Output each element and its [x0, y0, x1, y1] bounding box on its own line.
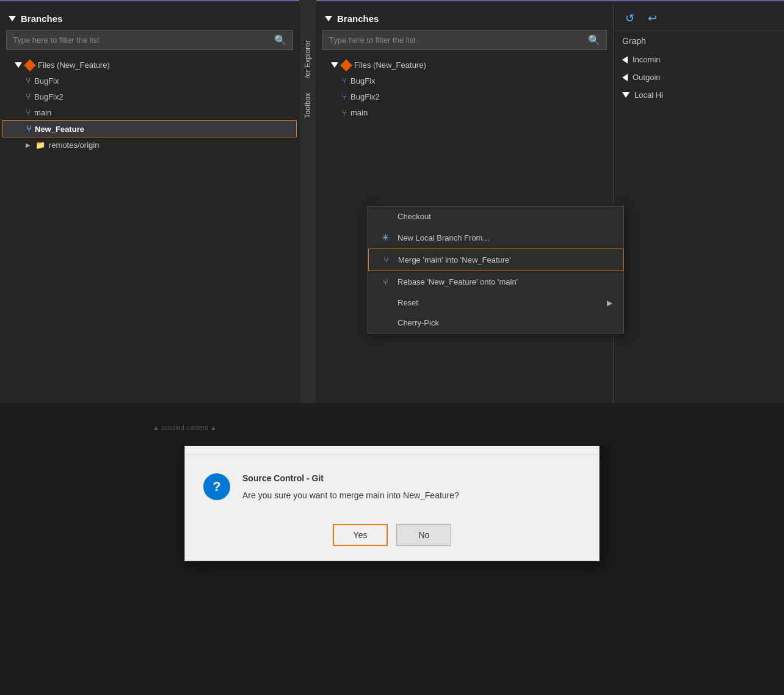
- remotes-folder-icon: 📁: [35, 140, 45, 150]
- right-bugfix-label: BugFix: [350, 76, 375, 86]
- right-bugfix2-item[interactable]: ⑂ BugFix2: [319, 89, 611, 104]
- remotes-expand-icon: ▶: [26, 142, 31, 148]
- branch-icon-newfeature: ⑂: [26, 124, 31, 134]
- dialog-overlay: ▲ scrolled content ▲ Microsoft Visual St…: [0, 409, 784, 695]
- right-filter-box[interactable]: 🔍: [322, 30, 607, 50]
- left-remotes-label: remotes/origin: [49, 140, 99, 150]
- dialog-text-area: Source Control - Git Are you sure you wa…: [242, 473, 581, 502]
- right-branch-icon-bugfix: ⑂: [342, 76, 347, 86]
- ctx-new-local-branch[interactable]: ✳ New Local Branch From...: [368, 227, 623, 249]
- left-search-icon: 🔍: [274, 34, 286, 46]
- ctx-newbranch-icon: ✳: [379, 232, 391, 243]
- graph-localhi-item[interactable]: Local Hi: [614, 86, 784, 104]
- graph-localhi-label: Local Hi: [634, 90, 663, 100]
- localhi-expand-icon: [622, 92, 630, 98]
- right-filter-input[interactable]: [329, 35, 584, 45]
- right-main-item[interactable]: ⑂ main: [319, 104, 611, 120]
- left-bugfix-item[interactable]: ⑂ BugFix: [2, 73, 297, 89]
- left-panel-collapse-icon[interactable]: [9, 16, 16, 21]
- left-bugfix-label: BugFix: [34, 76, 59, 86]
- incoming-expand-icon: [622, 56, 628, 64]
- ctx-reset-label: Reset: [397, 298, 418, 307]
- ctx-cherrypick[interactable]: Cherry-Pick: [368, 313, 623, 333]
- files-diamond-icon: [24, 59, 36, 71]
- right-files-item[interactable]: Files (New_Feature): [319, 57, 611, 73]
- left-bugfix2-item[interactable]: ⑂ BugFix2: [2, 89, 297, 104]
- graph-toolbar: ↺ ↩: [614, 6, 784, 31]
- right-panel-title: Branches: [337, 13, 379, 24]
- branch-icon-bugfix: ⑂: [26, 76, 31, 86]
- dialog-no-button[interactable]: No: [396, 524, 451, 546]
- left-filter-input[interactable]: [13, 35, 270, 45]
- left-main-label: main: [34, 108, 51, 117]
- explorer-tab[interactable]: /er Explorer: [302, 37, 313, 82]
- dialog-buttons: Yes No: [185, 514, 599, 561]
- graph-panel: ↺ ↩ Graph Incomin Outgoin Local Hi: [613, 0, 784, 403]
- left-remotes-item[interactable]: ▶ 📁 remotes/origin: [2, 137, 297, 153]
- branch-icon-bugfix2: ⑂: [26, 92, 31, 101]
- right-main-label: main: [350, 108, 368, 117]
- branch-icon-main: ⑂: [26, 107, 31, 117]
- ctx-reset-arrow: ▶: [607, 299, 612, 307]
- ctx-checkout[interactable]: Checkout: [368, 206, 623, 227]
- toolbox-tab[interactable]: Toolbox: [302, 89, 313, 122]
- left-main-item[interactable]: ⑂ main: [2, 104, 297, 120]
- left-newfeature-label: New_Feature: [35, 125, 84, 134]
- graph-incoming-label: Incomin: [633, 55, 661, 64]
- right-panel-collapse-icon[interactable]: [325, 16, 332, 21]
- left-newfeature-item[interactable]: ⑂ New_Feature: [2, 120, 297, 137]
- right-bugfix-item[interactable]: ⑂ BugFix: [319, 73, 611, 89]
- right-search-icon: 🔍: [588, 34, 600, 46]
- left-filter-box[interactable]: 🔍: [6, 30, 293, 50]
- left-bugfix2-label: BugFix2: [34, 92, 64, 101]
- right-files-diamond-icon: [340, 59, 352, 71]
- left-files-item[interactable]: Files (New_Feature): [2, 57, 297, 73]
- vs-dialog: Microsoft Visual Studio ✕ ? Source Contr…: [184, 428, 600, 561]
- context-menu: Checkout ✳ New Local Branch From... ⑂ Me…: [368, 206, 624, 333]
- ctx-newbranch-label: New Local Branch From...: [397, 233, 489, 242]
- files-expand-icon: [15, 62, 22, 68]
- left-files-label: Files (New_Feature): [38, 60, 110, 70]
- right-panel-header: Branches: [316, 10, 613, 30]
- left-branch-panel: Branches 🔍 Files (New_Feature) ⑂ BugFix …: [0, 0, 299, 403]
- dialog-content: ? Source Control - Git Are you sure you …: [185, 455, 599, 514]
- ctx-rebase-label: Rebase 'New_Feature' onto 'main': [397, 277, 518, 286]
- dialog-message: Are you sure you want to merge main into…: [242, 489, 581, 502]
- ctx-rebase[interactable]: ⑂ Rebase 'New_Feature' onto 'main': [368, 271, 623, 293]
- ctx-checkout-label: Checkout: [397, 212, 431, 221]
- graph-back-btn[interactable]: ↩: [644, 10, 661, 27]
- right-files-label: Files (New_Feature): [354, 60, 426, 70]
- left-panel-title: Branches: [21, 13, 62, 24]
- left-tree: Files (New_Feature) ⑂ BugFix ⑂ BugFix2 ⑂…: [0, 57, 299, 153]
- graph-refresh-btn[interactable]: ↺: [621, 10, 639, 27]
- right-branch-icon-main: ⑂: [342, 107, 347, 117]
- right-tree: Files (New_Feature) ⑂ BugFix ⑂ BugFix2 ⑂…: [316, 57, 613, 120]
- ctx-merge-icon: ⑂: [380, 255, 392, 265]
- dialog-question-icon: ?: [203, 473, 230, 500]
- right-bugfix2-label: BugFix2: [350, 92, 380, 101]
- graph-outgoing-label: Outgoin: [633, 73, 661, 82]
- vertical-tab-strip: /er Explorer Toolbox: [299, 0, 316, 403]
- right-branch-panel: Branches 🔍 Files (New_Feature) ⑂ BugFix …: [316, 0, 613, 403]
- scrolled-hint: ▲ scrolled content ▲: [153, 424, 217, 431]
- ctx-reset[interactable]: Reset ▶: [368, 293, 623, 313]
- right-files-expand-icon: [331, 62, 338, 68]
- outgoing-expand-icon: [622, 74, 628, 81]
- left-panel-header: Branches: [0, 10, 299, 30]
- right-branch-icon-bugfix2: ⑂: [342, 92, 347, 101]
- graph-incoming-item[interactable]: Incomin: [614, 51, 784, 68]
- graph-outgoing-item[interactable]: Outgoin: [614, 68, 784, 86]
- ctx-cherrypick-label: Cherry-Pick: [397, 318, 439, 327]
- dialog-yes-button[interactable]: Yes: [333, 524, 388, 546]
- ctx-rebase-icon: ⑂: [379, 277, 391, 287]
- graph-label: Graph: [614, 31, 784, 51]
- dialog-source-label: Source Control - Git: [242, 473, 581, 483]
- ctx-merge-label: Merge 'main' into 'New_Feature': [398, 255, 511, 264]
- ctx-merge[interactable]: ⑂ Merge 'main' into 'New_Feature': [368, 249, 623, 271]
